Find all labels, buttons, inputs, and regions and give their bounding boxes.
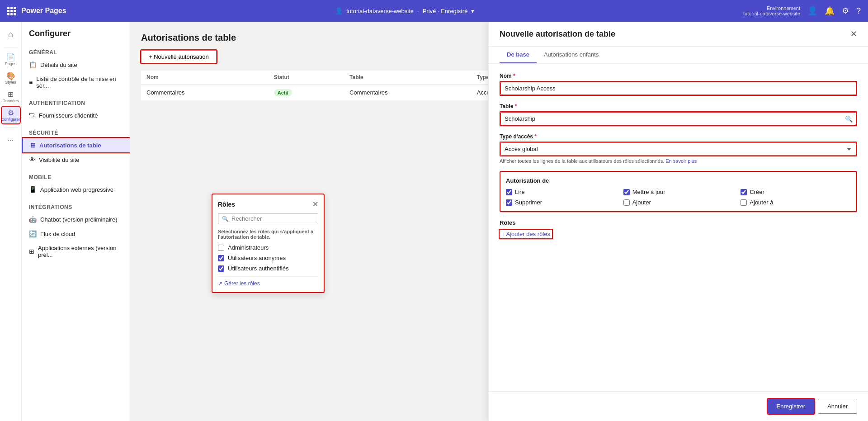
site-name: tutorial-dataverse-website [346,8,414,14]
roles-popup-header: Rôles ✕ [218,200,318,208]
sidebar-divider [4,47,18,47]
checkbox-lire-input[interactable] [506,189,512,195]
nav-applications-externes[interactable]: ⊞ Applications externes (version prél... [22,241,130,262]
shield-icon: 🛡 [29,112,35,119]
panel-footer: Enregistrer Annuler [489,391,868,421]
roles-popup: Rôles ✕ 🔍 Sélectionnez les rôles qui s'a… [212,194,325,293]
checkbox-mettre-a-jour: Mettre à jour [623,189,734,195]
section-title-mobile: Mobile [22,170,130,182]
checkbox-ajouter-input[interactable] [623,199,630,206]
nav-details-site[interactable]: 📋 Détails du site [22,57,130,72]
tab-de-base[interactable]: De base [500,47,537,63]
tab-autorisations-enfants[interactable]: Autorisations enfants [537,47,606,63]
role-checkbox-admin[interactable] [218,245,224,251]
details-icon: 📋 [29,61,37,68]
eye-icon: 👁 [29,156,35,163]
cell-statut: Actif [269,85,344,101]
status-badge: Actif [274,89,292,96]
nav-visibilite[interactable]: 👁 Visibilité du site [22,152,130,167]
role-label-auth: Utilisateurs authentifiés [228,265,288,272]
waffle-icon[interactable] [7,7,16,15]
checkbox-supprimer-input[interactable] [506,199,512,206]
cell-nom: Commentaires [141,85,269,101]
panel-header: Nouvelle autorisation de table ✕ [489,22,868,47]
role-label-admin: Administrateurs [228,244,269,251]
bell-icon[interactable]: 🔔 [825,6,835,16]
sidebar-item-donnees[interactable]: ⊞ Données [2,88,20,105]
nav-pwa[interactable]: 📱 Application web progressive [22,182,130,197]
icon-sidebar: ⌂ 📄 Pages 🎨 Styles ⊞ Données ⚙ Configure… [0,22,22,421]
manage-roles-icon: ↗ [218,280,222,287]
sidebar-item-home[interactable]: ⌂ [2,25,20,43]
roles-search: 🔍 [218,213,318,224]
nom-required: * [513,73,515,79]
nav-fournisseurs[interactable]: 🛡 Fournisseurs d'identité [22,108,130,123]
en-savoir-plus-link[interactable]: En savoir plus [665,158,697,164]
type-acces-hint: Afficher toutes les lignes de la table a… [500,158,857,164]
manage-roles-link[interactable]: ↗ Gérer les rôles [218,276,318,287]
section-auth: Authentification 🛡 Fournisseurs d'identi… [22,96,130,123]
section-integrations: Intégrations 🤖 Chatbot (version prélimin… [22,200,130,262]
nav-liste-controle[interactable]: ≡ Liste de contrôle de la mise en ser... [22,72,130,93]
content-area: Autorisations de table + Nouvelle autori… [130,22,868,421]
section-securite: Sécurité ⊞ Autorisations de table 👁 Visi… [22,126,130,167]
add-roles-button[interactable]: + Ajouter des rôles [500,230,552,238]
type-acces-required: * [534,133,537,140]
person-icon[interactable]: 👤 [807,6,817,16]
section-title-general: Général [22,46,130,57]
help-icon[interactable]: ? [856,6,861,16]
panel-close-button[interactable]: ✕ [850,29,857,39]
panel-tabs: De base Autorisations enfants [489,47,868,64]
app-title: Power Pages [21,7,66,15]
nav-flux-cloud[interactable]: 🔄 Flux de cloud [22,227,130,241]
top-nav-right: Environnement tutorial-dataverse-website… [743,5,861,16]
table-input[interactable] [500,112,856,125]
checkbox-creer: Créer [741,189,851,195]
mobile-icon: 📱 [29,186,37,193]
role-checkbox-auth[interactable] [218,265,224,272]
settings-icon[interactable]: ⚙ [842,6,849,16]
roles-panel-section: Rôles + Ajouter des rôles [500,219,857,238]
cancel-button[interactable]: Annuler [818,399,857,414]
nav-autorisations-table[interactable]: ⊞ Autorisations de table [22,138,130,152]
autorisation-title: Autorisation de [506,177,851,184]
table-required: * [515,103,517,109]
main-layout: ⌂ 📄 Pages 🎨 Styles ⊞ Données ⚙ Configure… [0,22,868,421]
checkbox-creer-label: Créer [750,189,764,195]
roles-search-input[interactable] [231,215,314,222]
save-button[interactable]: Enregistrer [768,399,815,414]
checkbox-ajouter: Ajouter [623,199,734,206]
checkbox-grid: Lire Mettre à jour Créer Supprimer [506,189,851,206]
section-title-integrations: Intégrations [22,200,130,212]
table-auth-icon: ⊞ [30,142,36,149]
top-nav-left: Power Pages [7,7,66,15]
checkbox-creer-input[interactable] [741,189,747,195]
checkbox-mettre-a-jour-input[interactable] [623,189,630,195]
sidebar-item-styles[interactable]: 🎨 Styles [2,70,20,86]
col-nom: Nom [141,71,269,85]
new-auth-button[interactable]: + Nouvelle autorisation [141,50,217,63]
roles-popup-close-button[interactable]: ✕ [312,200,318,208]
form-group-type-acces: Type d'accès * Accès global Accès de con… [500,133,857,164]
panel-overlay: Nouvelle autorisation de table ✕ De base… [488,22,868,421]
role-checkbox-anon[interactable] [218,255,224,261]
sidebar-item-pages[interactable]: 📄 Pages [2,51,20,68]
checkbox-ajouter-a-input[interactable] [741,199,747,206]
form-label-nom: Nom * [500,73,857,79]
type-acces-select[interactable]: Accès global Accès de contact Accès pare… [500,142,856,156]
sidebar-item-more[interactable]: ··· [2,131,20,149]
section-title-securite: Sécurité [22,126,130,138]
site-dropdown-chevron[interactable]: ▾ [471,8,474,14]
roles-search-icon: 🔍 [222,216,229,222]
roles-panel-title: Rôles [500,219,857,226]
checkbox-lire-label: Lire [515,189,525,195]
roles-list: Administrateurs Utilisateurs anonymes Ut… [218,244,318,272]
role-item-auth: Utilisateurs authentifiés [218,265,318,272]
nom-input[interactable] [500,82,856,95]
nav-chatbot[interactable]: 🤖 Chatbot (version préliminaire) [22,212,130,227]
form-group-table: Table * 🔍 [500,103,857,126]
table-search-icon: 🔍 [845,115,853,123]
role-item-admin: Administrateurs [218,244,318,251]
sidebar-item-configurer[interactable]: ⚙ Configurer [2,107,20,123]
col-table: Table [344,71,472,85]
